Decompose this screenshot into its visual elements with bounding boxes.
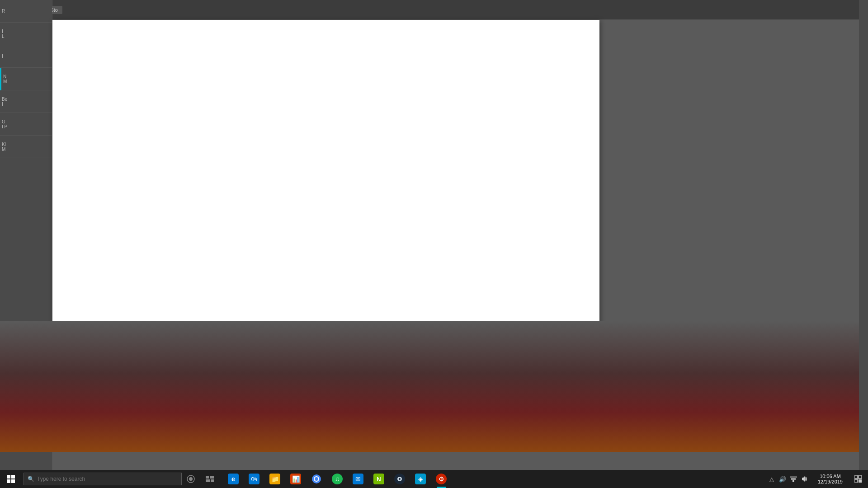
taskbar-icon-spotify[interactable]: ♫ <box>327 470 347 488</box>
search-input[interactable] <box>37 476 178 482</box>
sidebar-item-4[interactable]: N M <box>0 68 52 90</box>
tray-network[interactable] <box>789 470 798 488</box>
chrome-icon <box>311 474 322 484</box>
tray-volume[interactable]: 🔊 <box>778 470 787 488</box>
nvidia-icon: N <box>373 474 384 484</box>
spotify-icon: ♫ <box>332 474 343 484</box>
taskbar: 🔍 e 🛍 📁 📊 <box>0 470 868 488</box>
taskbar-icon-edge[interactable]: e <box>223 470 243 488</box>
sidebar-item-2-sub: L <box>2 34 50 39</box>
sidebar-item-7-sub: M <box>2 147 50 152</box>
svg-point-11 <box>399 478 401 480</box>
network-icon <box>790 476 797 482</box>
svg-rect-4 <box>206 479 210 482</box>
sidebar-item-2[interactable]: I L <box>0 23 52 45</box>
svg-rect-3 <box>210 476 214 479</box>
start-square-4 <box>11 479 15 483</box>
sidebar-item-4-sub: M <box>3 79 50 84</box>
taskbar-icon-nvidia[interactable]: N <box>369 470 389 488</box>
cortana-button[interactable] <box>182 470 200 488</box>
tray-chevron[interactable]: △ <box>767 470 776 488</box>
clock-time: 10:06 AM <box>820 474 840 479</box>
svg-rect-18 <box>854 479 858 483</box>
action-center-button[interactable] <box>848 470 868 488</box>
svg-marker-15 <box>802 476 805 482</box>
sidebar-item-3[interactable]: I <box>0 45 52 68</box>
taskbar-icon-app2[interactable]: ⚙ <box>431 470 451 488</box>
steam-icon <box>394 474 405 484</box>
taskbar-icon-store[interactable]: 🛍 <box>244 470 264 488</box>
cortana-icon <box>187 475 195 483</box>
svg-rect-13 <box>791 478 796 480</box>
svg-point-8 <box>315 477 318 481</box>
right-sidebar <box>859 0 868 470</box>
sidebar-item-6[interactable]: G I P <box>0 113 52 136</box>
svg-point-1 <box>189 477 193 481</box>
taskview-button[interactable] <box>200 470 220 488</box>
svg-rect-14 <box>790 476 797 478</box>
system-tray: △ 🔊 10:06 AM 12/19/2019 <box>764 470 868 488</box>
search-bar[interactable]: 🔍 <box>24 473 182 485</box>
svg-rect-5 <box>211 479 214 482</box>
mail-icon: ✉ <box>353 474 363 484</box>
start-icon <box>7 475 15 483</box>
start-square-2 <box>11 475 15 479</box>
taskbar-icon-steam[interactable] <box>390 470 410 488</box>
svg-rect-19 <box>859 479 862 483</box>
sidebar-item-4-label: N <box>3 74 50 79</box>
start-button[interactable] <box>0 470 22 488</box>
app1-icon: ◈ <box>415 474 426 484</box>
store-icon: 🛍 <box>249 474 259 484</box>
taskview-icon <box>206 476 214 482</box>
sidebar-item-3-label: I <box>2 54 50 59</box>
svg-rect-12 <box>793 480 794 482</box>
top-bar: Rec Pla Sto <box>0 0 868 20</box>
svg-rect-16 <box>854 475 858 479</box>
taskbar-icons: e 🛍 📁 📊 ♫ ✉ <box>223 470 451 488</box>
desktop: Rec Pla Sto R I L I N M Be I G I P Ki M <box>0 0 868 470</box>
bottom-wallpaper <box>0 321 868 452</box>
tray-icons: △ 🔊 <box>764 470 812 488</box>
action-center-icon <box>854 475 862 483</box>
search-icon: 🔍 <box>28 476 34 482</box>
sidebar-item-6-label: G <box>2 119 50 124</box>
sidebar-item-5[interactable]: Be I <box>0 90 52 113</box>
sidebar-item-5-sub: I <box>2 102 50 107</box>
main-window <box>52 20 599 332</box>
svg-rect-17 <box>859 475 862 479</box>
tray-speaker-detail[interactable] <box>800 470 809 488</box>
sidebar-item-6-sub: I P <box>2 124 50 129</box>
start-square-1 <box>7 475 10 479</box>
sidebar-item-1-label: R <box>2 9 50 14</box>
explorer-icon: 📁 <box>269 474 280 484</box>
sidebar-item-2-label: I <box>2 29 50 34</box>
sidebar-item-7[interactable]: Ki M <box>0 136 52 158</box>
speaker-icon <box>801 476 807 482</box>
clock-date: 12/19/2019 <box>818 479 843 484</box>
taskbar-icon-app1[interactable]: ◈ <box>410 470 430 488</box>
clock[interactable]: 10:06 AM 12/19/2019 <box>812 470 848 488</box>
sidebar-item-1[interactable]: R <box>0 0 52 23</box>
app2-icon: ⚙ <box>436 474 447 484</box>
start-square-3 <box>7 479 10 483</box>
taskbar-icon-chrome[interactable] <box>307 470 326 488</box>
sidebar-item-5-label: Be <box>2 97 50 102</box>
taskbar-icon-mail[interactable]: ✉ <box>348 470 368 488</box>
sidebar-item-7-label: Ki <box>2 142 50 147</box>
svg-rect-2 <box>206 476 209 479</box>
office-icon: 📊 <box>290 474 301 484</box>
edge-icon: e <box>228 474 239 484</box>
taskbar-icon-explorer[interactable]: 📁 <box>265 470 285 488</box>
taskbar-icon-office[interactable]: 📊 <box>286 470 306 488</box>
